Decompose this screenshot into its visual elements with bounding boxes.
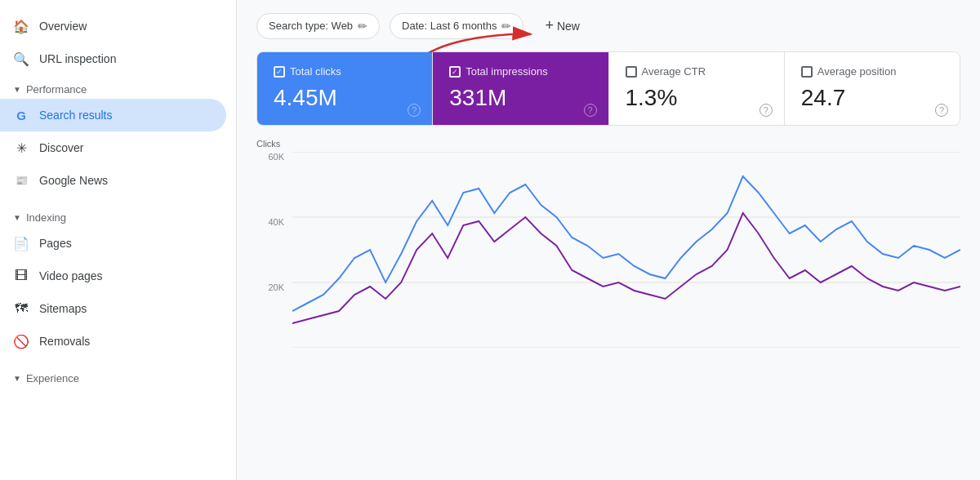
chart-y-title: Clicks	[256, 139, 960, 149]
plus-icon: +	[545, 17, 554, 34]
help-icon[interactable]: ?	[408, 104, 421, 117]
performance-section-label[interactable]: ▼ Performance	[0, 75, 236, 99]
sidebar-item-label: Discover	[39, 141, 83, 154]
y-tick: 20K	[268, 282, 284, 292]
date-filter[interactable]: Date: Last 6 months ✏	[390, 13, 523, 39]
metric-average-position[interactable]: Average position 24.7 ?	[785, 52, 960, 125]
google-icon: G	[13, 107, 29, 123]
main-content: Search type: Web ✏ Date: Last 6 months ✏…	[237, 0, 980, 480]
help-icon[interactable]: ?	[935, 104, 948, 117]
sidebar-item-sitemaps[interactable]: 🗺 Sitemaps	[0, 292, 226, 325]
chart-container: 60K 40K 20K	[256, 152, 960, 364]
search-type-filter[interactable]: Search type: Web ✏	[256, 13, 380, 39]
sidebar: 🏠 Overview 🔍 URL inspection ▼ Performanc…	[0, 0, 237, 480]
chevron-down-icon: ▼	[13, 374, 21, 383]
metric-label: Total clicks	[290, 65, 341, 78]
help-icon[interactable]: ?	[584, 104, 597, 117]
metric-label: Total impressions	[466, 65, 547, 78]
checkbox-icon[interactable]	[449, 66, 461, 78]
metric-total-impressions[interactable]: Total impressions 331M ?	[433, 52, 608, 125]
sidebar-item-label: Overview	[39, 20, 87, 33]
date-label: Date: Last 6 months	[402, 20, 497, 32]
chart-svg	[292, 152, 960, 348]
sidebar-item-label: Pages	[39, 237, 72, 250]
sidebar-item-pages[interactable]: 📄 Pages	[0, 227, 226, 260]
news-icon: 📰	[13, 172, 29, 189]
new-button[interactable]: + New	[533, 11, 591, 40]
sidebar-item-label: Video pages	[39, 269, 103, 282]
sidebar-item-label: URL inspection	[39, 52, 116, 65]
metric-value: 24.7	[801, 84, 943, 112]
sidebar-item-google-news[interactable]: 📰 Google News	[0, 164, 226, 197]
metric-value: 1.3%	[626, 84, 768, 112]
pages-icon: 📄	[13, 235, 29, 251]
chart-area: Clicks 60K 40K 20K	[237, 126, 980, 480]
metric-label: Average CTR	[642, 65, 706, 78]
sitemap-icon: 🗺	[13, 300, 29, 317]
help-icon[interactable]: ?	[760, 104, 773, 117]
section-title: Experience	[26, 372, 79, 384]
video-icon: 🎞	[13, 268, 29, 284]
chevron-down-icon: ▼	[13, 213, 21, 222]
checkbox-icon[interactable]	[626, 66, 637, 78]
checkbox-icon[interactable]	[801, 66, 813, 78]
metric-value: 331M	[449, 84, 591, 112]
metric-average-ctr[interactable]: Average CTR 1.3% ?	[609, 52, 785, 125]
section-title: Indexing	[26, 211, 66, 224]
sidebar-item-label: Sitemaps	[39, 302, 87, 315]
edit-icon: ✏	[501, 20, 511, 33]
new-label: New	[557, 20, 580, 33]
sidebar-item-url-inspection[interactable]: 🔍 URL inspection	[0, 42, 226, 75]
section-title: Performance	[26, 83, 87, 96]
edit-icon: ✏	[358, 20, 368, 33]
experience-section-label[interactable]: ▼ Experience	[0, 364, 236, 388]
metric-value: 4.45M	[274, 84, 416, 112]
sidebar-item-label: Removals	[39, 335, 90, 348]
y-tick: 60K	[268, 152, 284, 162]
metric-label: Average position	[817, 65, 897, 78]
search-type-label: Search type: Web	[269, 20, 353, 32]
sidebar-item-discover[interactable]: ✳ Discover	[0, 131, 226, 164]
sidebar-item-removals[interactable]: 🚫 Removals	[0, 325, 226, 358]
toolbar: Search type: Web ✏ Date: Last 6 months ✏…	[237, 0, 980, 51]
chevron-down-icon: ▼	[13, 85, 21, 94]
home-icon: 🏠	[13, 18, 29, 34]
y-axis: 60K 40K 20K	[256, 152, 289, 348]
removals-icon: 🚫	[13, 333, 29, 349]
metric-total-clicks[interactable]: Total clicks 4.45M ?	[257, 52, 433, 125]
sidebar-item-overview[interactable]: 🏠 Overview	[0, 10, 226, 42]
sidebar-item-video-pages[interactable]: 🎞 Video pages	[0, 260, 226, 292]
discover-icon: ✳	[13, 140, 29, 156]
search-icon: 🔍	[13, 51, 29, 67]
chart-svg-wrapper	[292, 152, 960, 348]
checkbox-icon[interactable]	[274, 66, 285, 78]
indexing-section-label[interactable]: ▼ Indexing	[0, 203, 236, 227]
sidebar-item-label: Google News	[39, 174, 108, 187]
sidebar-item-search-results[interactable]: G Search results	[0, 99, 226, 131]
y-tick: 40K	[268, 217, 284, 227]
sidebar-item-label: Search results	[39, 109, 112, 122]
metrics-row: Total clicks 4.45M ? Total impressions 3…	[256, 51, 960, 126]
